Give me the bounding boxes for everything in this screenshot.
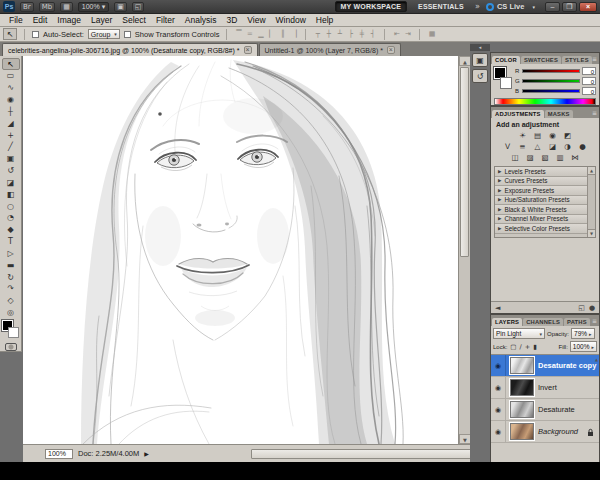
horizontal-scroll-thumb[interactable] — [251, 449, 479, 459]
vibrance-icon[interactable]: V — [502, 142, 513, 151]
eraser-tool[interactable]: ◪ — [2, 176, 20, 188]
expanded-view-icon[interactable]: ◱ — [578, 304, 585, 312]
layer-name[interactable]: Background — [538, 427, 578, 436]
align-vcenter-icon[interactable]: ═ — [245, 30, 254, 38]
menu-view[interactable]: View — [242, 15, 270, 25]
zoom-percent-field[interactable]: 100% — [45, 449, 73, 459]
lock-all-icon[interactable]: ▮ — [533, 343, 537, 351]
color-balance-icon[interactable]: △ — [532, 142, 543, 151]
expand-arrow-icon[interactable]: ▶ — [498, 169, 501, 174]
zoom-tool[interactable]: ◎ — [2, 307, 20, 319]
background-color-swatch[interactable] — [8, 327, 19, 338]
distribute-left-icon[interactable]: ├ — [346, 30, 355, 38]
history-panel-icon[interactable]: ↺ — [472, 69, 488, 83]
lock-transparency-icon[interactable]: ▢ — [510, 343, 516, 351]
quick-mask-button[interactable] — [5, 343, 17, 351]
move-tool[interactable]: ↖ — [2, 58, 20, 70]
path-selection-tool[interactable]: ▷ — [2, 247, 20, 259]
3d-rotate-tool[interactable]: ↻ — [2, 271, 20, 283]
exposure-icon[interactable]: ◩ — [562, 131, 573, 140]
list-item[interactable]: ▶Channel Mixer Presets — [495, 215, 587, 225]
expand-dock-icon[interactable]: ◂ — [470, 44, 490, 51]
close-button[interactable]: × — [579, 2, 597, 12]
workspace-button-my-workspace[interactable]: MY WORKSPACE — [335, 1, 407, 12]
hand-tool[interactable]: ◇ — [2, 295, 20, 307]
align-top-icon[interactable]: ▔ — [234, 30, 243, 38]
tab-swatches[interactable]: SWATCHES — [521, 56, 561, 64]
visibility-eye-icon[interactable]: ◉ — [491, 377, 506, 398]
black-white-icon[interactable]: ◪ — [547, 142, 558, 151]
align-bottom-icon[interactable]: ▁ — [256, 30, 265, 38]
posterize-icon[interactable]: ▨ — [525, 153, 536, 162]
marquee-tool[interactable]: ▭ — [2, 70, 20, 82]
layer-name[interactable]: Desaturate copy — [538, 361, 596, 370]
tab-color[interactable]: COLOR — [492, 56, 520, 64]
blue-slider[interactable] — [522, 89, 580, 93]
layer-thumbnail[interactable] — [510, 423, 534, 440]
vertical-scroll-thumb[interactable] — [460, 67, 469, 257]
distribute-hspace-icon[interactable]: ⇤ — [392, 30, 401, 38]
fill-field[interactable]: 100%▸ — [570, 341, 597, 352]
channel-mixer-icon[interactable]: ● — [577, 142, 588, 151]
panel-menu-icon[interactable]: ≡ — [592, 317, 597, 324]
opacity-field[interactable]: 79%▸ — [571, 328, 595, 339]
workspace-overflow-icon[interactable]: » — [475, 2, 480, 11]
close-tab-icon[interactable]: × — [387, 46, 395, 54]
lasso-tool[interactable]: ∿ — [2, 82, 20, 94]
align-hcenter-icon[interactable]: ║ — [278, 30, 287, 38]
list-item[interactable]: ▶Hue/Saturation Presets — [495, 196, 587, 206]
menu-help[interactable]: Help — [311, 15, 338, 25]
menu-layer[interactable]: Layer — [86, 15, 117, 25]
view-extras-icon[interactable]: ▦ — [60, 2, 73, 12]
list-item[interactable]: ▶Selective Color Presets — [495, 224, 587, 234]
red-value-field[interactable]: 0 — [582, 67, 596, 75]
tab-masks[interactable]: MASKS — [545, 110, 573, 118]
bridge-icon[interactable]: Br — [20, 2, 34, 12]
distribute-top-icon[interactable]: ┬ — [313, 30, 322, 38]
arrange-documents-icon[interactable]: ▣ — [114, 2, 127, 12]
quick-selection-tool[interactable]: ◉ — [2, 94, 20, 106]
lock-position-icon[interactable]: + — [525, 343, 530, 351]
panel-menu-icon[interactable]: ≡ — [592, 109, 597, 116]
background-color-swatch[interactable] — [500, 77, 512, 89]
cs-live-button[interactable]: CS Live ▾ — [486, 2, 535, 11]
mini-bridge-icon[interactable]: Mb — [39, 2, 55, 12]
menu-3d[interactable]: 3D — [221, 15, 242, 25]
green-value-field[interactable]: 0 — [582, 77, 596, 85]
blend-mode-dropdown[interactable]: Pin Light▾ — [493, 328, 545, 339]
current-tool-icon[interactable]: ↖ — [3, 28, 17, 40]
distribute-bottom-icon[interactable]: ┴ — [335, 30, 344, 38]
expand-arrow-icon[interactable]: ▶ — [498, 188, 501, 193]
align-left-icon[interactable]: ▏ — [267, 30, 276, 38]
layer-row-desaturate[interactable]: ◉ Desaturate — [491, 399, 599, 421]
eyedropper-tool[interactable]: ◢ — [2, 117, 20, 129]
lock-pixels-icon[interactable]: ∕ — [520, 343, 522, 351]
blue-value-field[interactable]: 0 — [582, 87, 596, 95]
gradient-tool[interactable]: ◧ — [2, 188, 20, 200]
tab-adjustments[interactable]: ADJUSTMENTS — [492, 110, 544, 118]
screen-mode-icon[interactable]: ◱ — [132, 2, 145, 12]
threshold-icon[interactable]: ▧ — [540, 153, 551, 162]
color-spectrum-ramp[interactable] — [494, 98, 596, 105]
layer-row-background[interactable]: ◉ Background — [491, 421, 599, 443]
scroll-up-icon[interactable]: ▲ — [588, 167, 595, 175]
workspace-button-essentials[interactable]: ESSENTIALS — [413, 2, 469, 11]
close-tab-icon[interactable]: × — [244, 46, 252, 54]
list-item[interactable]: ▶Curves Presets — [495, 177, 587, 187]
menu-analysis[interactable]: Analysis — [180, 15, 222, 25]
vertical-scrollbar[interactable]: ▲ ▼ — [458, 56, 470, 444]
expand-arrow-icon[interactable]: ▶ — [498, 207, 501, 212]
document-canvas[interactable] — [23, 56, 458, 444]
type-tool[interactable]: T — [2, 236, 20, 248]
curves-icon[interactable]: ◉ — [547, 131, 558, 140]
visibility-eye-icon[interactable]: ◉ — [491, 421, 506, 442]
tab-styles[interactable]: STYLES — [562, 56, 592, 64]
expand-arrow-icon[interactable]: ▶ — [498, 226, 501, 231]
show-transform-checkbox[interactable] — [124, 31, 131, 38]
history-brush-tool[interactable]: ↺ — [2, 165, 20, 177]
distribute-right-icon[interactable]: ┤ — [368, 30, 377, 38]
selective-color-icon[interactable]: ⋈ — [570, 153, 581, 162]
auto-select-dropdown[interactable]: Group▾ — [88, 29, 120, 39]
brush-tool[interactable]: ╱ — [2, 141, 20, 153]
menu-select[interactable]: Select — [117, 15, 151, 25]
